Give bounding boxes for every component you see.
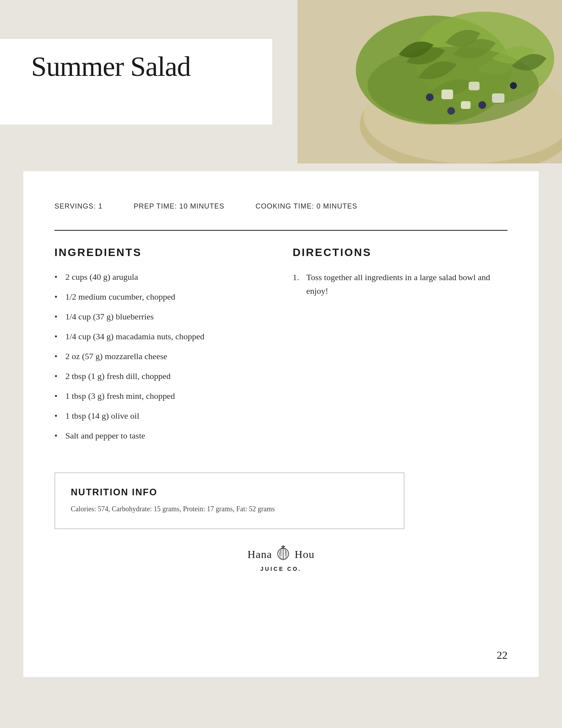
ingredient-item: 1 tbsp (14 g) olive oil: [54, 409, 270, 422]
svg-rect-6: [441, 89, 453, 99]
ingredient-item: 2 tbsp (1 g) fresh dill, chopped: [54, 370, 270, 382]
nutrition-box: NUTRITION INFO Calories: 574, Carbohydra…: [54, 472, 404, 529]
direction-step: Toss together all ingredients in a large…: [293, 270, 508, 298]
svg-point-11: [478, 101, 486, 109]
ingredient-item: 2 oz (57 g) mozzarella cheese: [54, 350, 270, 363]
section-divider: [54, 230, 508, 231]
svg-point-14: [282, 546, 284, 547]
svg-rect-9: [461, 101, 471, 109]
directions-column: DIRECTIONS Toss together all ingredients…: [293, 246, 508, 449]
page-wrapper: Summer Salad: [0, 0, 562, 728]
ingredients-list: 2 cups (40 g) arugula 1/2 medium cucumbe…: [54, 270, 270, 442]
ingredient-item: 1 tbsp (3 g) fresh mint, chopped: [54, 389, 270, 402]
brand-right: Hou: [294, 548, 314, 561]
ingredients-title: INGREDIENTS: [54, 246, 270, 259]
directions-title: DIRECTIONS: [293, 246, 508, 259]
salad-illustration: [298, 0, 562, 163]
hero-section: Summer Salad: [0, 0, 562, 163]
svg-point-13: [447, 107, 455, 115]
footer: Hana: [54, 529, 508, 584]
prep-time-stat: PREP TIME: 10 MINUTES: [134, 202, 224, 211]
cooking-time-stat: COOKING TIME: 0 MINUTES: [256, 202, 357, 211]
page-number: 22: [497, 649, 508, 661]
stats-row: SERVINGS: 1 PREP TIME: 10 MINUTES COOKIN…: [54, 191, 508, 226]
recipe-title: Summer Salad: [31, 51, 191, 83]
ingredient-item: 1/4 cup (37 g) blueberries: [54, 310, 270, 323]
svg-rect-8: [492, 93, 504, 103]
nutrition-details: Calories: 574, Carbohydrate: 15 grams, P…: [71, 503, 388, 515]
brand-left: Hana: [247, 548, 272, 561]
footer-brand: Hana: [247, 545, 314, 564]
brand-leaf-icon: [273, 545, 293, 564]
ingredient-item: 1/2 medium cucumber, chopped: [54, 290, 270, 303]
ingredient-item: 1/4 cup (34 g) macadamia nuts, chopped: [54, 330, 270, 343]
servings-stat: SERVINGS: 1: [54, 202, 103, 211]
ingredients-column: INGREDIENTS 2 cups (40 g) arugula 1/2 me…: [54, 246, 270, 449]
nutrition-title: NUTRITION INFO: [71, 487, 388, 498]
svg-point-10: [426, 93, 434, 101]
footer-subtitle: JUICE CO.: [260, 566, 301, 572]
main-content: SERVINGS: 1 PREP TIME: 10 MINUTES COOKIN…: [23, 171, 539, 677]
ingredient-item: 2 cups (40 g) arugula: [54, 270, 270, 283]
ingredient-item-salt: Salt and pepper to taste: [54, 429, 270, 442]
svg-point-12: [510, 82, 517, 89]
salad-bowl-image: [298, 0, 562, 163]
svg-rect-7: [469, 82, 480, 90]
footer-logo-area: Hana: [247, 545, 314, 572]
recipe-columns: INGREDIENTS 2 cups (40 g) arugula 1/2 me…: [54, 246, 508, 449]
directions-list: Toss together all ingredients in a large…: [293, 270, 508, 298]
